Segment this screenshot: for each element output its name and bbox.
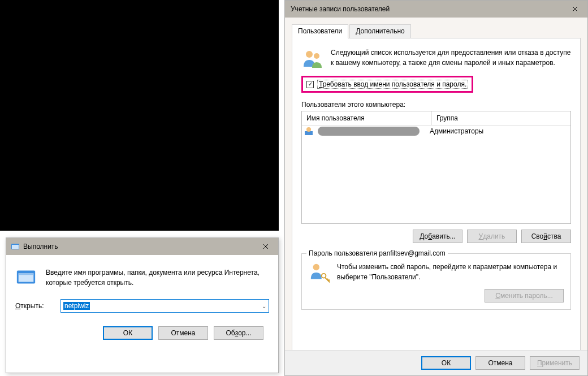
redacted-username — [318, 127, 420, 136]
col-header-group[interactable]: Группа — [432, 111, 570, 125]
ua-intro-text: Следующий список используется для предос… — [331, 47, 571, 70]
user-accounts-dialog: Учетные записи пользователей Пользовател… — [284, 0, 588, 376]
ua-cancel-button[interactable]: Отмена — [475, 356, 525, 370]
ua-titlebar[interactable]: Учетные записи пользователей — [285, 1, 587, 18]
ua-ok-button[interactable]: ОК — [421, 356, 471, 370]
require-login-checkbox[interactable]: ✓ — [306, 81, 314, 88]
user-row-icon — [304, 127, 313, 136]
col-header-name[interactable]: Имя пользователя — [302, 111, 432, 125]
users-icon — [301, 47, 324, 70]
ua-tabs: Пользователи Дополнительно — [292, 24, 581, 38]
password-fieldset-legend: Пароль пользователя panfiltsev@gmail.com — [306, 249, 448, 257]
change-password-button: Сменить пароль... — [485, 289, 564, 302]
users-list[interactable]: Имя пользователя Группа Администраторы — [301, 111, 571, 224]
svg-rect-7 — [305, 131, 313, 135]
remove-user-button: Удалить — [467, 230, 517, 243]
table-row[interactable]: Администраторы — [302, 126, 570, 137]
run-dialog: Выполнить Введите имя программы, папки, … — [6, 237, 279, 373]
ua-close-button[interactable] — [562, 1, 587, 18]
tab-users[interactable]: Пользователи — [292, 24, 348, 38]
password-fieldset: Пароль пользователя panfiltsev@gmail.com… — [301, 253, 571, 310]
svg-rect-1 — [12, 245, 19, 249]
add-user-button[interactable]: Добавить... — [413, 230, 462, 243]
svg-point-5 — [306, 51, 313, 58]
run-title-icon — [11, 242, 20, 251]
password-instruction-text: Чтобы изменить свой пароль, перейдите к … — [337, 262, 564, 283]
user-key-icon — [309, 262, 330, 283]
users-list-header: Имя пользователя Группа — [302, 111, 570, 126]
svg-point-9 — [313, 264, 319, 270]
tab-advanced[interactable]: Дополнительно — [349, 24, 410, 38]
run-ok-button[interactable]: ОК — [103, 326, 153, 340]
run-open-combobox[interactable]: netplwiz ⌄ — [60, 299, 269, 313]
ua-title: Учетные записи пользователей — [291, 5, 562, 13]
require-login-highlight: ✓ Требовать ввод имени пользователя и па… — [301, 76, 473, 93]
svg-point-8 — [306, 127, 311, 132]
properties-button[interactable]: Свойства — [521, 230, 571, 243]
run-open-value: netplwiz — [63, 302, 90, 310]
run-title: Выполнить — [23, 243, 253, 250]
ua-apply-button: Применить — [530, 356, 580, 370]
ua-bottom-button-row: ОК Отмена Применить — [285, 350, 587, 375]
desktop-black-area — [0, 0, 279, 231]
close-icon — [263, 244, 269, 249]
require-login-label: Требовать ввод имени пользователя и паро… — [317, 80, 468, 89]
svg-point-6 — [314, 53, 319, 59]
run-open-label: Открыть: — [15, 302, 55, 310]
chevron-down-icon: ⌄ — [262, 303, 266, 309]
run-browse-button[interactable]: Обзор... — [214, 326, 263, 340]
run-app-icon — [15, 266, 37, 288]
users-list-label: Пользователи этого компьютера: — [301, 101, 571, 109]
tab-content-users: Следующий список используется для предос… — [292, 38, 581, 361]
close-icon — [572, 6, 578, 12]
run-close-button[interactable] — [253, 238, 278, 255]
run-instruction-text: Введите имя программы, папки, документа … — [46, 266, 269, 288]
run-titlebar[interactable]: Выполнить — [6, 238, 278, 255]
svg-rect-4 — [19, 273, 34, 275]
run-cancel-button[interactable]: Отмена — [158, 326, 208, 340]
row-group: Администраторы — [430, 127, 483, 135]
